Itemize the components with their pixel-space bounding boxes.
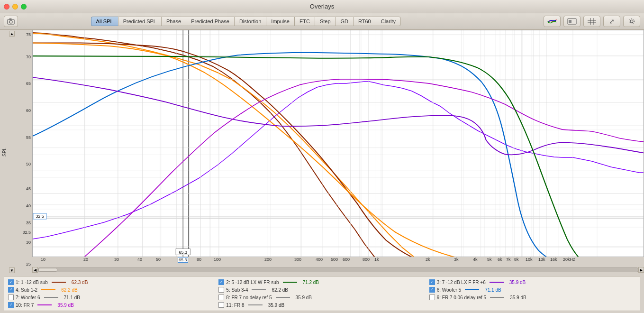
legend-line-10 bbox=[37, 304, 52, 305]
tab-all-spl[interactable]: All SPL bbox=[91, 17, 118, 26]
legend-value-4: 62.2 dB bbox=[61, 287, 82, 293]
legend-checkbox-3[interactable] bbox=[429, 279, 435, 285]
tab-impulse[interactable]: Impulse bbox=[266, 17, 294, 26]
tab-step[interactable]: Step bbox=[315, 17, 336, 26]
legend-value-9: 35.9 dB bbox=[510, 295, 531, 300]
x-tick-7k: 7k bbox=[506, 257, 511, 262]
x-tick-300: 300 bbox=[294, 257, 301, 262]
x-tick-200: 200 bbox=[264, 257, 272, 262]
legend-value-11: 35.9 dB bbox=[268, 303, 290, 308]
x-tick-2k: 2k bbox=[426, 257, 430, 262]
legend-checkbox-6[interactable] bbox=[429, 287, 435, 293]
y-tick-55: 55 bbox=[26, 135, 31, 140]
svg-text:32.5: 32.5 bbox=[36, 214, 44, 219]
x-tick-65: 65.3 bbox=[178, 257, 188, 263]
legend-checkbox-7[interactable] bbox=[8, 295, 14, 300]
y-tick-70: 70 bbox=[26, 55, 31, 59]
y-tick-35: 35 bbox=[26, 221, 31, 225]
legend-checkbox-10[interactable] bbox=[8, 302, 14, 308]
tab-phase[interactable]: Phase bbox=[161, 17, 186, 26]
legend-col-1: 1: 1 -12 dB sub 62.3 dB 4: Sub 1-2 62.2 … bbox=[8, 279, 215, 308]
fullscreen-button[interactable] bbox=[21, 4, 27, 9]
legend-label-4: 4: Sub 1-2 bbox=[16, 287, 37, 293]
scrollbar-track[interactable] bbox=[38, 267, 638, 272]
legend-line-4 bbox=[41, 289, 55, 290]
legend-label-10: 10: FR 7 bbox=[16, 303, 34, 308]
legend-line-1 bbox=[52, 282, 66, 283]
x-tick-4k: 4k bbox=[473, 257, 478, 262]
main-content: SPL ▲ ▼ 75 70 65 60 55 50 45 40 35 32.5 … bbox=[0, 30, 644, 313]
legend-checkbox-5[interactable] bbox=[218, 287, 224, 293]
legend-checkbox-1[interactable] bbox=[8, 279, 14, 285]
legend-checkbox-4[interactable] bbox=[8, 287, 14, 293]
legend-item-4: 4: Sub 1-2 62.2 dB bbox=[8, 287, 215, 293]
x-tick-20: 20 bbox=[83, 257, 88, 262]
tab-rt60[interactable]: RT60 bbox=[353, 17, 376, 26]
x-tick-100: 100 bbox=[214, 257, 221, 262]
overlay-icon[interactable] bbox=[544, 16, 561, 27]
toolbar-left bbox=[4, 16, 18, 27]
tab-clarity[interactable]: Clarity bbox=[376, 17, 401, 26]
grid-icon[interactable] bbox=[583, 16, 600, 27]
svg-rect-2 bbox=[9, 18, 11, 19]
y-tick-25: 25 bbox=[26, 262, 31, 267]
legend-checkbox-2[interactable] bbox=[218, 279, 224, 285]
chart-plot[interactable]: 65.3 32.5 bbox=[32, 30, 644, 257]
x-tick-50: 50 bbox=[156, 257, 161, 262]
tab-group: All SPL Predicted SPL Phase Predicted Ph… bbox=[91, 17, 401, 26]
settings-icon[interactable] bbox=[623, 16, 640, 27]
legend-label-2: 2: 5 -12 dB LX W FR sub bbox=[226, 280, 279, 285]
y-tick-75: 75 bbox=[26, 32, 31, 37]
tab-predicted-phase[interactable]: Predicted Phase bbox=[186, 17, 234, 26]
x-tick-80: 80 bbox=[197, 257, 201, 262]
scroll-icon[interactable] bbox=[563, 16, 581, 27]
x-tick-800: 800 bbox=[363, 257, 370, 262]
x-tick-3k: 3k bbox=[454, 257, 459, 262]
y-tick-40: 40 bbox=[26, 203, 31, 208]
tab-gd[interactable]: GD bbox=[336, 17, 354, 26]
svg-point-11 bbox=[629, 19, 634, 24]
window-title: Overlays bbox=[310, 3, 334, 10]
y-tick-30: 30 bbox=[26, 240, 31, 245]
legend-item-11: 11: FR 8 35.9 dB bbox=[218, 302, 425, 308]
legend-label-8: 8: FR 7 no delay ref 5 bbox=[226, 295, 272, 300]
x-tick-16k: 16k bbox=[550, 257, 557, 262]
scroll-up-btn[interactable]: ▲ bbox=[9, 31, 15, 37]
tab-predicted-spl[interactable]: Predicted SPL bbox=[118, 17, 161, 26]
scroll-right-arrow[interactable]: ▶ bbox=[638, 267, 644, 273]
x-tick-10k: 10k bbox=[526, 257, 533, 262]
x-axis: 10 20 30 40 50 65.3 80 100 200 300 400 5… bbox=[32, 257, 644, 266]
scrollbar-thumb[interactable] bbox=[38, 268, 57, 272]
legend-item-6: 6: Woofer 5 71.1 dB bbox=[429, 287, 636, 293]
legend-checkbox-8[interactable] bbox=[218, 295, 224, 300]
x-tick-8k: 8k bbox=[514, 257, 519, 262]
legend-item-7: 7: Woofer 6 71.1 dB bbox=[8, 295, 215, 300]
legend-value-2: 71.2 dB bbox=[303, 280, 324, 285]
x-tick-40: 40 bbox=[137, 257, 142, 262]
legend-checkbox-9[interactable] bbox=[429, 295, 435, 300]
tab-etc[interactable]: ETC bbox=[294, 17, 315, 26]
legend-line-3 bbox=[490, 282, 504, 283]
scroll-left-arrow[interactable]: ◀ bbox=[32, 267, 38, 273]
legend-checkbox-11[interactable] bbox=[218, 302, 224, 308]
svg-point-1 bbox=[9, 20, 12, 23]
legend-label-1: 1: 1 -12 dB sub bbox=[16, 280, 48, 285]
x-tick-400: 400 bbox=[316, 257, 323, 262]
y-axis-label: SPL bbox=[0, 30, 9, 274]
move-icon[interactable]: ⤢ bbox=[603, 16, 620, 27]
legend-value-7: 71.1 dB bbox=[64, 295, 85, 300]
svg-text:⤢: ⤢ bbox=[609, 18, 615, 25]
y-tick-32-5: 32.5 bbox=[22, 230, 31, 235]
minimize-button[interactable] bbox=[12, 4, 18, 9]
legend-panel: 1: 1 -12 dB sub 62.3 dB 4: Sub 1-2 62.2 … bbox=[4, 276, 640, 311]
camera-button[interactable] bbox=[4, 16, 18, 27]
close-button[interactable] bbox=[4, 4, 9, 9]
tab-distortion[interactable]: Distortion bbox=[234, 17, 266, 26]
toolbar-right: ⤢ bbox=[544, 16, 640, 27]
legend-item-10: 10: FR 7 35.9 dB bbox=[8, 302, 215, 308]
side-arrows: ▲ ▼ bbox=[9, 30, 15, 274]
legend-col-3: 3: 7 -12 dB LX F FR +6 35.9 dB 6: Woofer… bbox=[429, 279, 636, 308]
scrollbar-row: ◀ ▶ bbox=[32, 267, 644, 273]
scroll-down-btn[interactable]: ▼ bbox=[9, 267, 15, 273]
legend-item-1: 1: 1 -12 dB sub 62.3 dB bbox=[8, 279, 215, 285]
